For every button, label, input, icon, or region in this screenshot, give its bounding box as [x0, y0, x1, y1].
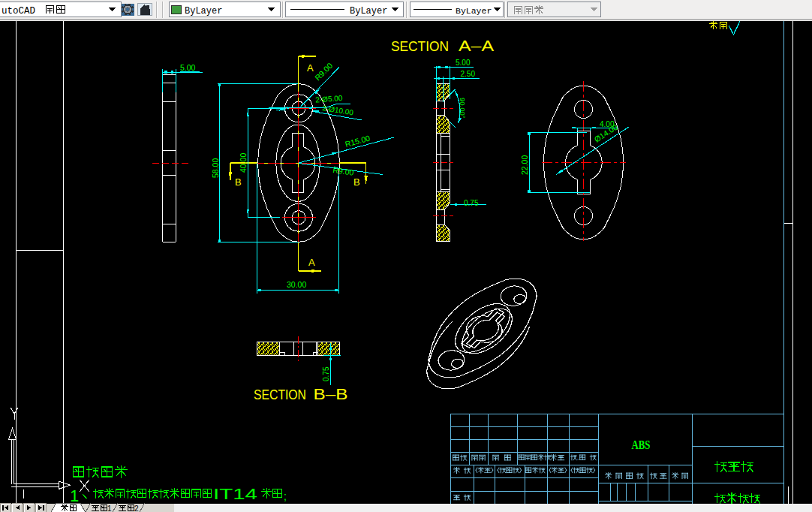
svg-text:2: 2 [134, 504, 139, 512]
svg-text:SECTION: SECTION [391, 39, 449, 54]
svg-text:1: 1 [107, 504, 112, 512]
svg-text:0.75: 0.75 [464, 199, 479, 207]
svg-text:ByLayer: ByLayer [350, 6, 387, 17]
svg-text:A: A [307, 62, 314, 74]
svg-text:ABS: ABS [632, 438, 651, 452]
svg-text:SECTION: SECTION [254, 387, 306, 402]
svg-text:1: 1 [70, 486, 79, 505]
svg-text:0.75: 0.75 [322, 366, 330, 381]
svg-text:;: ; [284, 490, 287, 502]
svg-text:A: A [308, 257, 315, 268]
svg-text:B–B: B–B [314, 386, 348, 402]
svg-text:utoCAD: utoCAD [2, 6, 35, 17]
svg-text:,: , [577, 454, 579, 461]
svg-text:ByLayer: ByLayer [456, 6, 492, 16]
svg-text:B: B [235, 176, 242, 188]
svg-text:5.00: 5.00 [180, 63, 196, 72]
svg-text:A–A: A–A [459, 38, 495, 54]
svg-text:IT14: IT14 [213, 486, 257, 502]
svg-text:22.00: 22.00 [520, 155, 529, 175]
svg-text:2.50: 2.50 [461, 70, 476, 78]
svg-text:90.00°: 90.00° [459, 98, 467, 119]
svg-text:B: B [353, 176, 360, 188]
svg-text:40.00: 40.00 [239, 153, 248, 173]
svg-text:ByLayer: ByLayer [185, 6, 222, 17]
svg-text:5.00: 5.00 [456, 59, 471, 67]
svg-text:30.00: 30.00 [287, 280, 306, 289]
svg-text:58.00: 58.00 [211, 158, 220, 178]
